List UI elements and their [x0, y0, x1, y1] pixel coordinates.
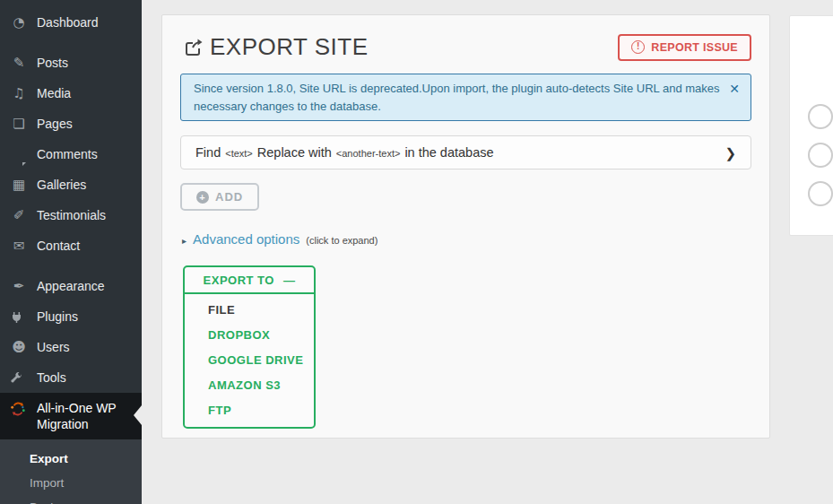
sidebar-item-comments[interactable]: Comments: [0, 139, 142, 169]
sidebar-item-label: Comments: [37, 147, 98, 161]
plus-circle-icon: +: [196, 191, 209, 204]
grid-icon: ▦: [10, 178, 28, 192]
export-option-dropbox[interactable]: DROPBOX: [185, 323, 314, 348]
comment-bubble-icon: [10, 148, 28, 161]
dashboard-icon: ◔: [10, 16, 28, 30]
pushpin-icon: ✐: [10, 209, 28, 222]
export-option-amazon-s3[interactable]: AMAZON S3: [185, 373, 314, 398]
sidebar-item-tools[interactable]: Tools: [0, 362, 142, 393]
triangle-right-icon: ▸: [182, 236, 187, 246]
sidebar-item-label: Media: [37, 86, 71, 100]
sidebar-item-label: Posts: [37, 56, 68, 70]
close-icon[interactable]: ✕: [729, 80, 740, 99]
export-share-icon: [184, 38, 204, 57]
sidebar-item-label: Contact: [37, 239, 80, 253]
sidebar-item-label: Tools: [37, 370, 66, 385]
sidebar-item-media[interactable]: ♫ Media: [0, 78, 142, 109]
report-issue-label: REPORT ISSUE: [651, 41, 738, 54]
sidebar-item-users[interactable]: ☻ Users: [0, 332, 142, 362]
sidebar-item-dashboard[interactable]: ◔ Dashboard: [0, 7, 142, 38]
envelope-icon: ✉: [10, 239, 28, 253]
sidebar-item-contact[interactable]: ✉ Contact: [0, 230, 142, 261]
brush-icon: ✒: [10, 280, 28, 293]
menu-separator: [0, 261, 142, 271]
export-site-panel: EXPORT SITE ! REPORT ISSUE Since version…: [161, 14, 770, 439]
export-to-label: EXPORT TO: [204, 274, 274, 287]
add-button[interactable]: + ADD: [180, 183, 259, 211]
sidebar-item-label: Appearance: [37, 279, 105, 293]
plug-icon: [10, 310, 28, 324]
sidebar-item-pages[interactable]: ❏ Pages: [0, 109, 142, 139]
admin-sidebar: ◔ Dashboard ✎ Posts ♫ Media ❏ Pages Comm…: [0, 0, 142, 504]
submenu-item-import[interactable]: Import: [0, 471, 142, 495]
find-label: Find: [195, 136, 221, 169]
sidebar-item-label: Testimonials: [37, 208, 106, 222]
report-issue-button[interactable]: ! REPORT ISSUE: [618, 34, 751, 61]
wrench-icon: [10, 371, 28, 385]
sidebar-item-all-in-one-wp-migration[interactable]: All-in-One WP Migration: [0, 393, 142, 439]
advanced-options-toggle[interactable]: ▸ Advanced options (click to expand): [182, 231, 769, 247]
clipped-side-widget: [789, 15, 833, 236]
sidebar-item-label: All-in-One WP Migration: [37, 400, 136, 432]
submenu-item-export[interactable]: Export: [0, 447, 142, 471]
export-to-options: FILE DROPBOX GOOGLE DRIVE AMAZON S3 FTP: [185, 294, 314, 427]
wp-migration-logo-icon: [10, 401, 28, 417]
media-icon: ♫: [10, 87, 28, 100]
deprecation-notice: Since version 1.8.0, Site URL is depreca…: [180, 74, 751, 121]
export-option-file[interactable]: FILE: [185, 298, 314, 323]
sidebar-item-appearance[interactable]: ✒ Appearance: [0, 271, 142, 301]
collapse-dash-icon: —: [283, 274, 296, 287]
database-label: in the database: [404, 136, 493, 169]
add-button-label: ADD: [215, 190, 243, 204]
sidebar-item-galleries[interactable]: ▦ Galleries: [0, 169, 142, 200]
user-icon: ☻: [10, 341, 28, 354]
submenu-item-backups[interactable]: Backups: [0, 495, 142, 504]
advanced-options-label: Advanced options: [193, 231, 299, 247]
advanced-options-hint: (click to expand): [306, 235, 377, 246]
exclamation-circle-icon: !: [631, 40, 645, 54]
sidebar-item-label: Plugins: [37, 309, 78, 324]
find-replace-expander[interactable]: Find <text> Replace with <another-text> …: [180, 135, 751, 169]
current-menu-arrow: [134, 405, 142, 425]
sidebar-item-label: Galleries: [37, 178, 86, 192]
pushpin-icon: ✎: [10, 56, 28, 70]
sidebar-item-testimonials[interactable]: ✐ Testimonials: [0, 200, 142, 230]
radio-circle[interactable]: [808, 104, 833, 129]
sidebar-item-posts[interactable]: ✎ Posts: [0, 48, 142, 78]
sidebar-item-label: Users: [37, 340, 70, 354]
replace-with-label: Replace with: [257, 136, 332, 169]
export-option-google-drive[interactable]: GOOGLE DRIVE: [185, 348, 314, 373]
replace-placeholder-tag: <another-text>: [336, 137, 401, 169]
sidebar-item-label: Pages: [37, 117, 73, 131]
export-to-toggle[interactable]: EXPORT TO —: [185, 267, 314, 294]
panel-header: EXPORT SITE ! REPORT ISSUE: [180, 33, 751, 61]
chevron-right-icon: ❯: [725, 146, 736, 160]
menu-separator: [0, 38, 142, 48]
notice-text: Since version 1.8.0, Site URL is depreca…: [194, 82, 720, 113]
export-to-dropdown: EXPORT TO — FILE DROPBOX GOOGLE DRIVE AM…: [183, 265, 316, 429]
sidebar-item-label: Dashboard: [37, 15, 99, 30]
radio-circle[interactable]: [808, 181, 833, 206]
export-option-ftp[interactable]: FTP: [185, 398, 314, 423]
pages-icon: ❏: [10, 117, 28, 131]
page-title: EXPORT SITE: [210, 33, 368, 61]
sidebar-item-plugins[interactable]: Plugins: [0, 301, 142, 332]
find-placeholder-tag: <text>: [225, 137, 253, 169]
wp-migration-submenu: Export Import Backups: [0, 439, 142, 504]
radio-circle[interactable]: [808, 143, 833, 168]
admin-menu: ◔ Dashboard ✎ Posts ♫ Media ❏ Pages Comm…: [0, 0, 142, 504]
